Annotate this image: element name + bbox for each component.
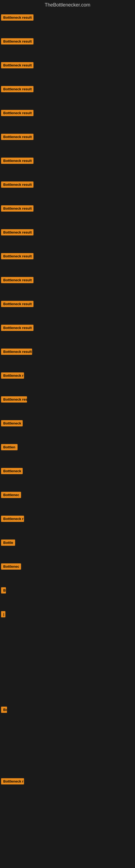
list-item: Bottleneck result xyxy=(0,106,135,130)
bottleneck-badge[interactable]: Bottleneck res xyxy=(1,396,27,403)
items-container: Bottleneck resultBottleneck resultBottle… xyxy=(0,11,135,846)
list-item: Bottleneck result xyxy=(0,178,135,202)
bottleneck-badge[interactable]: Bottleneck result xyxy=(1,134,34,140)
bottleneck-badge[interactable]: Bottle xyxy=(1,539,15,546)
list-item xyxy=(0,727,135,751)
list-item: Bo xyxy=(0,703,135,727)
bottleneck-badge[interactable]: Bottleneck result xyxy=(1,182,34,188)
bottleneck-badge[interactable]: Bottleneck xyxy=(1,420,23,426)
bottleneck-badge[interactable]: Bottlen xyxy=(1,444,17,450)
list-item: Bottleneck xyxy=(0,465,135,489)
list-item: Bottleneck result xyxy=(0,274,135,298)
list-item: Bottlen xyxy=(0,441,135,465)
bottleneck-badge[interactable]: Bottleneck result xyxy=(1,158,34,164)
site-title-container: TheBottlenecker.com xyxy=(0,0,135,11)
bottleneck-badge[interactable]: Bottleneck result xyxy=(1,348,32,355)
list-item: B xyxy=(0,584,135,608)
list-item xyxy=(0,632,135,656)
list-item xyxy=(0,680,135,703)
bottleneck-badge[interactable]: Bottleneck result xyxy=(1,86,34,92)
bottleneck-badge[interactable]: Bottleneck result xyxy=(1,14,34,21)
list-item: Bottleneck result xyxy=(0,226,135,250)
list-item xyxy=(0,799,135,823)
site-title: TheBottlenecker.com xyxy=(0,0,135,11)
list-item: Bottleneck result xyxy=(0,83,135,106)
list-item: Bottleneck r xyxy=(0,513,135,536)
bottleneck-badge[interactable]: Bottleneck r xyxy=(1,516,24,522)
bottleneck-badge[interactable]: Bottleneck result xyxy=(1,301,34,307)
list-item: Bottleneck result xyxy=(0,298,135,321)
bottleneck-badge[interactable]: Bottleneck result xyxy=(1,277,34,283)
list-item: Bottlenec xyxy=(0,489,135,513)
list-item: Bottleneck result xyxy=(0,11,135,35)
list-item: Bottleneck result xyxy=(0,202,135,226)
list-item: Bottleneck xyxy=(0,417,135,441)
bottleneck-badge[interactable]: Bottleneck xyxy=(1,468,23,474)
list-item: Bottleneck r xyxy=(0,369,135,393)
bottleneck-badge[interactable]: Bottleneck result xyxy=(1,205,34,212)
bottleneck-badge[interactable]: B xyxy=(1,587,6,593)
list-item xyxy=(0,823,135,846)
bottleneck-badge[interactable]: Bottleneck result xyxy=(1,229,34,236)
bottleneck-badge[interactable]: | xyxy=(1,611,5,617)
bottleneck-badge[interactable]: Bottleneck result xyxy=(1,253,34,259)
bottleneck-badge[interactable]: Bottlenec xyxy=(1,563,21,569)
bottleneck-badge[interactable]: Bottleneck result xyxy=(1,325,34,331)
list-item: Bottleneck result xyxy=(0,345,135,369)
bottleneck-badge[interactable]: Bottlenec xyxy=(1,492,21,498)
bottleneck-badge[interactable]: Bottleneck result xyxy=(1,38,34,44)
bottleneck-badge[interactable]: Bottleneck result xyxy=(1,110,34,116)
list-item: Bottleneck res xyxy=(0,393,135,417)
bottleneck-badge[interactable]: Bo xyxy=(1,707,7,713)
list-item: Bottlenec xyxy=(0,560,135,584)
list-item: Bottle xyxy=(0,536,135,560)
list-item xyxy=(0,656,135,680)
list-item: Bottleneck result xyxy=(0,35,135,59)
list-item: Bottleneck result xyxy=(0,59,135,83)
bottleneck-badge[interactable]: Bottleneck r xyxy=(1,778,24,784)
list-item xyxy=(0,751,135,775)
list-item: Bottleneck r xyxy=(0,775,135,799)
list-item: | xyxy=(0,608,135,632)
list-item: Bottleneck result xyxy=(0,130,135,154)
bottleneck-badge[interactable]: Bottleneck r xyxy=(1,372,24,379)
list-item: Bottleneck result xyxy=(0,250,135,274)
list-item: Bottleneck result xyxy=(0,154,135,178)
bottleneck-badge[interactable]: Bottleneck result xyxy=(1,62,34,68)
list-item: Bottleneck result xyxy=(0,321,135,345)
